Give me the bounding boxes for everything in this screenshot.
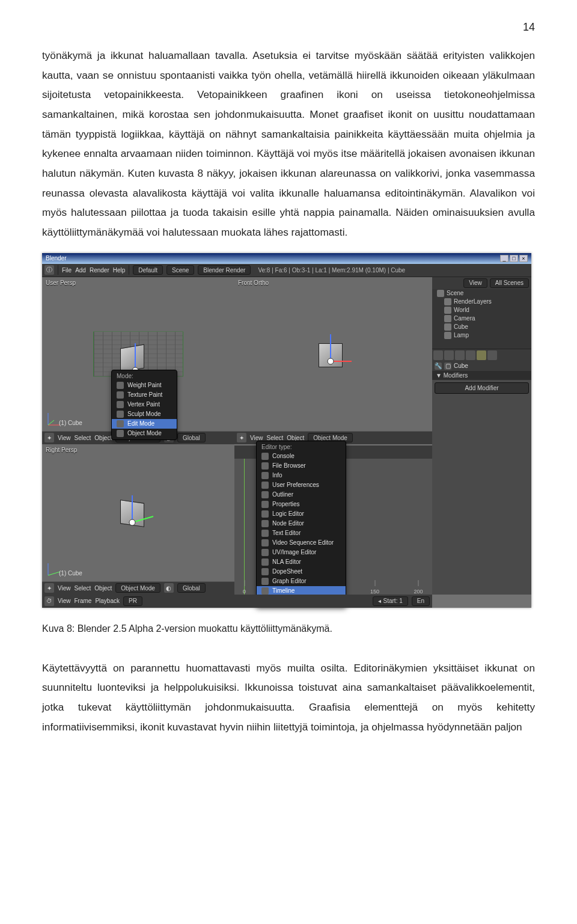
mode-menu-item[interactable]: Texture Paint (112, 390, 177, 400)
editor-type-icon[interactable]: ✦ (44, 433, 54, 442)
menu-view[interactable]: View (58, 598, 71, 604)
window-titlebar: Blender _ □ × (42, 253, 531, 264)
add-modifier-button[interactable]: Add Modifier (435, 382, 529, 394)
right-side-panels: View All Scenes SceneRenderLayersWorldCa… (432, 277, 531, 595)
close-icon[interactable]: × (519, 255, 528, 262)
page-number: 14 (42, 21, 535, 34)
menu-select[interactable]: Select (75, 585, 91, 592)
outliner-row[interactable]: Camera (432, 314, 531, 323)
pr-toggle[interactable]: PR (123, 596, 142, 606)
tab-world-icon[interactable] (455, 350, 465, 360)
orientation-selector[interactable]: Global (177, 433, 206, 442)
info-header: ⓘ File Add Render Help Default Scene Ble… (42, 264, 531, 277)
outliner-tree[interactable]: SceneRenderLayersWorldCameraCubeLamp (432, 289, 531, 349)
editor-item-icon (261, 568, 269, 575)
editor-type-icon[interactable]: ✦ (44, 583, 54, 593)
outliner-row[interactable]: RenderLayers (432, 298, 531, 306)
viewport-label: Front Ortho (238, 280, 269, 286)
viewport-label: User Persp (46, 280, 76, 286)
outliner-row[interactable]: Lamp (432, 331, 531, 340)
editor-type-item[interactable]: Console (257, 451, 346, 461)
render-engine-selector[interactable]: Blender Render (198, 265, 251, 275)
editor-type-item[interactable]: Text Editor (257, 528, 346, 538)
tab-material-icon[interactable] (487, 350, 497, 360)
menu-select[interactable]: Select (75, 435, 91, 441)
viewport-right-persp[interactable]: Right Persp (1) Cube ✦ View Select Objec… (42, 444, 234, 595)
stats-text: Ve:8 | Fa:6 | Ob:3-1 | La:1 | Mem:2.91M … (258, 267, 405, 274)
manipulator-icon[interactable] (126, 492, 156, 528)
editor-type-item[interactable]: Node Editor (257, 519, 346, 528)
menu-view[interactable]: View (58, 435, 71, 441)
menu-render[interactable]: Render (90, 267, 109, 274)
outliner-row[interactable]: Cube (432, 323, 531, 331)
editor-item-icon (261, 549, 269, 556)
editor-type-item[interactable]: Logic Editor (257, 509, 346, 519)
window-title: Blender (46, 255, 66, 262)
tab-scene-icon[interactable] (444, 350, 454, 360)
tab-render-icon[interactable] (433, 350, 443, 360)
mode-selector[interactable]: Object Mode (115, 583, 160, 593)
paragraph-1: työnäkymä ja ikkunat haluamallaan tavall… (42, 46, 535, 242)
editor-type-item[interactable]: File Browser (257, 461, 346, 471)
timeline-cursor[interactable] (244, 459, 245, 595)
editor-type-popup: Editor type: ConsoleFile BrowserInfoUser… (256, 441, 346, 607)
viewport-object-label: (1) Cube (59, 420, 82, 426)
outliner-row[interactable]: World (432, 306, 531, 314)
menu-file[interactable]: File (62, 267, 72, 274)
editor-item-icon (261, 453, 269, 460)
outliner-row[interactable]: Scene (432, 289, 531, 298)
editor-type-item[interactable]: Outliner (257, 490, 346, 500)
tab-object-icon[interactable] (466, 350, 475, 360)
editor-type-item[interactable]: Graph Editor (257, 577, 346, 586)
outliner-panel: View All Scenes SceneRenderLayersWorldCa… (432, 277, 531, 349)
menu-add[interactable]: Add (75, 267, 86, 274)
maximize-icon[interactable]: □ (510, 255, 518, 262)
svg-line-14 (48, 572, 60, 575)
mode-item-icon (117, 430, 124, 437)
mode-menu-item[interactable]: Weight Paint (112, 381, 177, 390)
menu-view[interactable]: View (58, 585, 71, 592)
editor-item-icon (261, 462, 269, 470)
orientation-selector[interactable]: Global (177, 583, 206, 593)
viewport-front-ortho[interactable]: Front Ortho ✦ View Select Object Object … (234, 277, 432, 444)
editor-type-icon[interactable]: ✦ (237, 433, 246, 442)
section-modifiers[interactable]: ▼ Modifiers (432, 371, 531, 380)
figure-caption: Kuva 8: Blender 2.5 Alpha 2-version muok… (42, 623, 535, 634)
menu-object[interactable]: Object (94, 435, 112, 441)
mode-item-icon (117, 391, 124, 399)
end-frame-field[interactable]: En (412, 596, 430, 606)
manipulator-icon[interactable] (325, 331, 355, 367)
editor-type-item[interactable]: DopeSheet (257, 567, 346, 577)
mode-menu-popup: Mode: Weight PaintTexture PaintVertex Pa… (111, 370, 177, 440)
editor-type-icon[interactable]: ⏱ (44, 596, 54, 606)
info-editor-icon[interactable]: ⓘ (44, 265, 54, 275)
editor-type-item[interactable]: NLA Editor (257, 557, 346, 567)
mode-menu-item[interactable]: Sculpt Mode (112, 409, 177, 419)
tab-modifiers-icon[interactable] (477, 350, 486, 360)
menu-frame[interactable]: Frame (75, 598, 92, 604)
outliner-filter[interactable]: All Scenes (490, 278, 529, 288)
mode-item-icon (117, 401, 124, 408)
paragraph-2: Käytettävyyttä on parannettu huomattavas… (42, 658, 535, 737)
editor-type-item[interactable]: Info (257, 471, 346, 480)
editor-type-item[interactable]: Properties (257, 500, 346, 509)
menu-help[interactable]: Help (113, 267, 126, 274)
menu-playback[interactable]: Playback (95, 598, 120, 604)
mode-menu-item[interactable]: Object Mode (112, 429, 177, 438)
screen-layout-selector[interactable]: Default (133, 265, 163, 275)
mode-menu-item[interactable]: Edit Mode (112, 419, 177, 429)
editor-item-icon (261, 510, 269, 518)
outliner-view-mode[interactable]: View (463, 278, 487, 288)
editor-type-item[interactable]: Video Sequence Editor (257, 538, 346, 548)
editor-type-item[interactable]: User Preferences (257, 480, 346, 490)
menu-object[interactable]: Object (94, 585, 112, 592)
outliner-item-icon (444, 307, 451, 314)
editor-item-icon (261, 472, 269, 479)
mode-menu-item[interactable]: Vertex Paint (112, 400, 177, 409)
start-frame-field[interactable]: ◂ Start: 1 (373, 596, 408, 606)
minimize-icon[interactable]: _ (500, 255, 508, 262)
editor-item-icon (261, 520, 269, 527)
editor-type-item[interactable]: UV/Image Editor (257, 548, 346, 557)
shading-icon[interactable]: ◐ (164, 583, 174, 593)
scene-selector[interactable]: Scene (166, 265, 194, 275)
